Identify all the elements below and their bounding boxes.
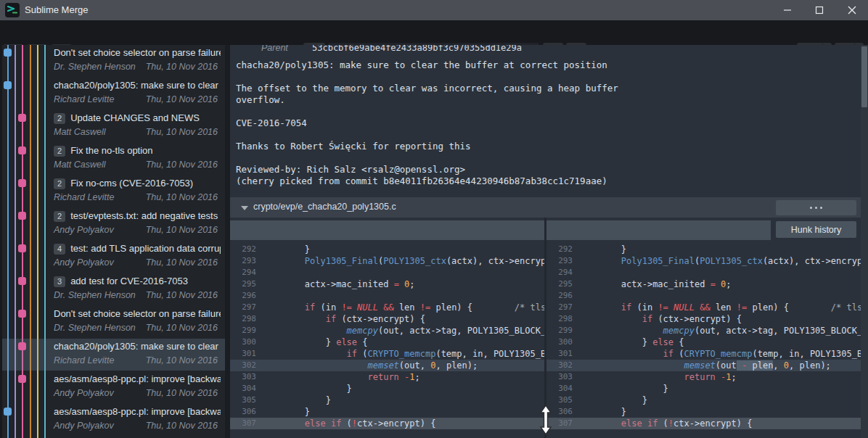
line-number[interactable]: 305 xyxy=(230,394,256,406)
commit-row[interactable]: 2Fix no-cms (CVE-2016-7053)Richard Levit… xyxy=(0,175,225,207)
code-line: if (CRYPTO_memcmp(temp, in, POLY1305_BLO… xyxy=(256,348,544,360)
code-line: else if (!ctx->encrypt) { xyxy=(573,418,861,429)
commit-date: Thu, 10 Nov 2016 xyxy=(146,419,218,432)
commit-message-label: 2Fix the no-tls option xyxy=(54,144,221,158)
diff-row: 297 if (in != NULL && len != plen) { /* … xyxy=(230,302,544,313)
commit-message-label: 3add test for CVE-2016-7053 xyxy=(54,274,221,289)
commit-dot-icon xyxy=(18,277,26,285)
diff-row: 301 if (CRYPTO_memcmp(temp, in, POLY1305… xyxy=(546,348,861,360)
line-number[interactable]: 292 xyxy=(230,244,256,255)
code-line: if (in != NULL && len != plen) { /* tls … xyxy=(256,302,544,313)
line-number[interactable]: 296 xyxy=(230,290,256,302)
commit-subject: Update CHANGES and NEWS xyxy=(70,111,200,125)
diff-row: 296 xyxy=(546,290,861,302)
commit-row[interactable]: Don't set choice selector on parse failu… xyxy=(0,306,225,338)
diff-row: 293 Poly1305_Final(POLY1305_ctx(actx), c… xyxy=(230,255,544,267)
line-number[interactable]: 300 xyxy=(230,336,256,348)
line-number[interactable]: 303 xyxy=(230,371,256,383)
close-button[interactable] xyxy=(836,0,868,20)
commit-author: Dr. Stephen Henson xyxy=(54,321,136,334)
app-logo-icon xyxy=(5,3,20,17)
line-number[interactable]: 301 xyxy=(230,348,256,360)
commit-date: Thu, 10 Nov 2016 xyxy=(146,289,218,302)
commit-message-label: Don't set choice selector on parse failu… xyxy=(54,46,221,60)
code-line: Poly1305_Final(POLY1305_ctx(actx), ctx->… xyxy=(256,255,544,267)
commit-row[interactable]: 2Update CHANGES and NEWSMatt CaswellThu,… xyxy=(0,110,225,142)
code-line: return -1; xyxy=(256,371,544,383)
file-more-button[interactable] xyxy=(776,200,856,215)
line-number[interactable]: 293 xyxy=(546,255,573,267)
scrollbar-thumb[interactable] xyxy=(861,46,867,107)
line-number[interactable]: 300 xyxy=(546,336,573,348)
commit-subject: Fix no-cms (CVE-2016-7053) xyxy=(70,176,193,191)
sidebar-divider[interactable] xyxy=(225,45,230,438)
minimize-button[interactable] xyxy=(771,0,803,20)
line-number[interactable]: 298 xyxy=(546,313,573,325)
diff-row: 299 memcpy(out, actx->tag, POLY1305_BLOC… xyxy=(230,325,544,336)
close-icon xyxy=(848,6,856,15)
commit-row[interactable]: aes/asm/aesp8-ppc.pl: improve [backward]… xyxy=(0,371,225,403)
line-number[interactable]: 303 xyxy=(546,371,573,383)
commit-dot-icon xyxy=(18,244,26,252)
line-number[interactable]: 295 xyxy=(546,278,573,290)
line-number[interactable]: 302 xyxy=(546,360,573,371)
hunk-history-button[interactable]: Hunk history xyxy=(776,221,856,238)
code-line xyxy=(256,290,544,302)
diff-row: 292 } xyxy=(230,244,544,255)
diff-row: 293 Poly1305_Final(POLY1305_ctx(actx), c… xyxy=(546,255,861,267)
commit-subject: chacha20/poly1305: make sure to clear th… xyxy=(54,78,221,93)
diff-row: 295 actx->mac_inited = 0; xyxy=(546,278,861,290)
code-line: else if (!ctx->encrypt) { xyxy=(256,418,544,429)
commit-author: Richard Levitte xyxy=(54,354,114,367)
commit-row[interactable]: 3add test for CVE-2016-7053Dr. Stephen H… xyxy=(0,273,225,305)
diff-row: 294 xyxy=(546,267,861,278)
commit-author: Andy Polyakov xyxy=(54,387,114,400)
line-number[interactable]: 299 xyxy=(230,325,256,336)
diff-row: 301 if (CRYPTO_memcmp(temp, in, POLY1305… xyxy=(230,348,544,360)
line-number[interactable]: 306 xyxy=(230,406,256,418)
diff-row: 303 return -1; xyxy=(230,371,544,383)
commit-row[interactable]: chacha20/poly1305: make sure to clear th… xyxy=(0,339,225,371)
commit-row[interactable]: Don't set choice selector on parse failu… xyxy=(0,45,225,77)
commit-row[interactable]: 2test/evptests.txt: add negative tests f… xyxy=(0,208,225,240)
code-line: actx->mac_inited = 0; xyxy=(573,278,861,290)
line-number[interactable]: 296 xyxy=(546,290,573,302)
diff-pane-new: 292 }293 Poly1305_Final(POLY1305_ctx(act… xyxy=(546,244,861,438)
commit-row[interactable]: aes/asm/aesp8-ppc.pl: improve [backward]… xyxy=(0,404,225,436)
line-number[interactable]: 294 xyxy=(546,267,573,278)
line-number[interactable]: 294 xyxy=(230,267,256,278)
code-line: actx->mac_inited = 0; xyxy=(256,278,544,290)
line-number[interactable]: 301 xyxy=(546,348,573,360)
file-diff-header[interactable]: crypto/evp/e_chacha20_poly1305.c xyxy=(230,197,861,218)
code-line: } xyxy=(573,394,861,406)
commit-author: Andy Polyakov xyxy=(54,419,114,432)
maximize-button[interactable] xyxy=(803,0,835,20)
code-line: } xyxy=(573,383,861,394)
line-number[interactable]: 307 xyxy=(230,418,256,429)
line-number[interactable]: 297 xyxy=(546,302,573,313)
diff-row: 305 } xyxy=(546,394,861,406)
line-number[interactable]: 302 xyxy=(230,360,256,371)
commit-date: Thu, 10 Nov 2016 xyxy=(146,60,218,73)
line-number[interactable]: 304 xyxy=(546,383,573,394)
parent-commit-hash[interactable]: 53cbcbf6e9abe4fe2433a89bf3c970355dd1e29a xyxy=(312,45,522,53)
commit-message-label: 2Fix no-cms (CVE-2016-7053) xyxy=(54,176,221,191)
commit-message-label: chacha20/poly1305: make sure to clear th… xyxy=(54,78,221,93)
line-number[interactable]: 292 xyxy=(546,244,573,255)
commit-message: chacha20/poly1305: make sure to clear th… xyxy=(236,59,856,187)
line-number[interactable]: 304 xyxy=(230,383,256,394)
commit-row[interactable]: chacha20/poly1305: make sure to clear th… xyxy=(0,78,225,110)
code-line: } else { xyxy=(256,336,544,348)
diff-row: 307 else if (!ctx->encrypt) { xyxy=(230,418,544,429)
line-number[interactable]: 299 xyxy=(546,325,573,336)
commit-row[interactable]: 2Fix the no-tls optionMatt CaswellThu, 1… xyxy=(0,143,225,175)
line-number[interactable]: 293 xyxy=(230,255,256,267)
line-number[interactable]: 297 xyxy=(230,302,256,313)
commit-row[interactable]: 4test: add TLS application data corrupti… xyxy=(0,241,225,273)
line-number[interactable]: 295 xyxy=(230,278,256,290)
window-edge xyxy=(0,45,2,438)
commit-date: Thu, 10 Nov 2016 xyxy=(146,354,218,367)
line-number[interactable]: 298 xyxy=(230,313,256,325)
diff-row: 303 return -1; xyxy=(546,371,861,383)
collapse-triangle-icon[interactable] xyxy=(241,206,248,210)
